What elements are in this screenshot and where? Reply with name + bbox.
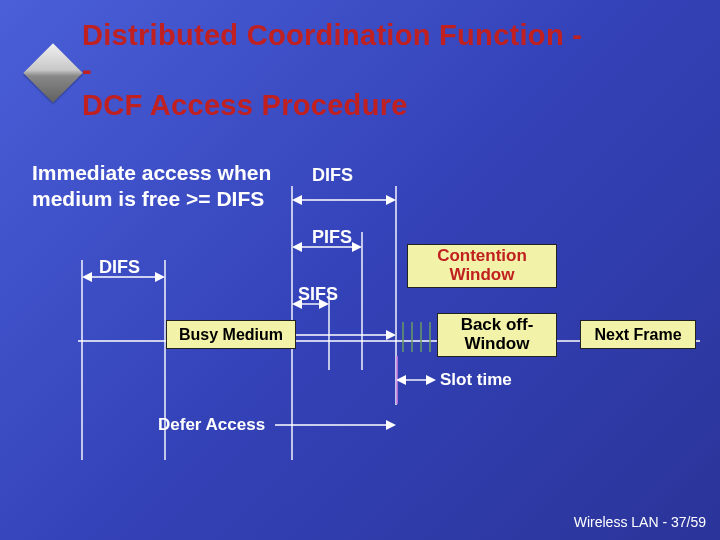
svg-marker-11 bbox=[292, 242, 302, 252]
svg-marker-8 bbox=[292, 195, 302, 205]
backoff-l1: Back off- bbox=[461, 315, 534, 334]
box-next-frame: Next Frame bbox=[580, 320, 696, 349]
box-backoff-window: Back off- Window bbox=[437, 313, 557, 357]
label-pifs: PIFS bbox=[312, 227, 352, 248]
svg-marker-14 bbox=[82, 272, 92, 282]
svg-marker-20 bbox=[386, 330, 396, 340]
label-difs-left: DIFS bbox=[99, 257, 140, 278]
box-busy-medium: Busy Medium bbox=[166, 320, 296, 349]
next-frame-text: Next Frame bbox=[594, 326, 681, 344]
svg-marker-15 bbox=[155, 272, 165, 282]
contention-window-l2: Window bbox=[449, 265, 514, 284]
svg-marker-30 bbox=[386, 420, 396, 430]
box-contention-window: Contention Window bbox=[407, 244, 557, 288]
label-sifs: SIFS bbox=[298, 284, 338, 305]
svg-marker-12 bbox=[352, 242, 362, 252]
svg-marker-9 bbox=[386, 195, 396, 205]
label-defer-access: Defer Access bbox=[158, 415, 265, 435]
contention-window-l1: Contention bbox=[437, 246, 527, 265]
slide-footer: Wireless LAN - 37/59 bbox=[574, 514, 706, 530]
svg-marker-28 bbox=[426, 375, 436, 385]
label-slot-time: Slot time bbox=[440, 370, 512, 390]
backoff-l2: Window bbox=[464, 334, 529, 353]
label-difs-top: DIFS bbox=[312, 165, 353, 186]
dcf-timing-diagram: DIFS PIFS DIFS SIFS Slot time Defer Acce… bbox=[0, 0, 720, 540]
busy-medium-text: Busy Medium bbox=[179, 326, 283, 344]
